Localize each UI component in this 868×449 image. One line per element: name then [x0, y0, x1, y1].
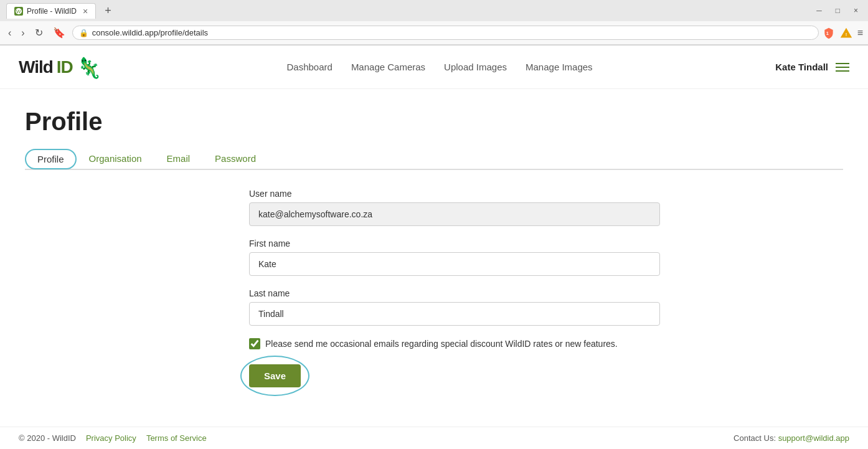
address-bar-wrap: 🔒	[72, 26, 819, 40]
tab-close-btn[interactable]: ×	[83, 6, 88, 16]
title-bar: W Profile - WildID × + ─ □ ×	[0, 0, 868, 21]
close-button[interactable]: ×	[850, 5, 862, 16]
firstname-input[interactable]	[249, 252, 660, 276]
hamburger-line-1	[836, 63, 849, 64]
browser-tab[interactable]: W Profile - WildID ×	[6, 3, 96, 19]
firstname-label: First name	[249, 239, 660, 248]
refresh-button[interactable]: ↻	[32, 26, 46, 40]
nav-dashboard[interactable]: Dashboard	[286, 62, 332, 72]
title-bar-left: W Profile - WildID × +	[6, 3, 115, 19]
warning-icon: !	[840, 27, 852, 39]
tab-organisation[interactable]: Organisation	[77, 148, 154, 169]
username-group: User name	[249, 189, 660, 226]
svg-text:🦎: 🦎	[77, 56, 101, 80]
new-tab-button[interactable]: +	[101, 3, 115, 19]
save-btn-wrap: Save	[249, 364, 301, 387]
tab-email[interactable]: Email	[154, 148, 203, 169]
address-bar[interactable]	[92, 28, 812, 37]
nav-manage-images[interactable]: Manage Images	[526, 62, 593, 72]
checkbox-label: Please send me occasional emails regardi…	[265, 339, 618, 349]
page-content: Profile Profile Organisation Email Passw…	[0, 89, 868, 400]
svg-text:W: W	[16, 9, 21, 14]
title-bar-controls: ─ □ ×	[813, 5, 862, 16]
forward-button[interactable]: ›	[18, 26, 27, 40]
browser-chrome: W Profile - WildID × + ─ □ × ‹ › ↻ 🔖 🔒 1	[0, 0, 868, 45]
profile-form: User name First name Last name Please se…	[249, 189, 660, 387]
hamburger-line-3	[836, 70, 849, 72]
header-right: Kate Tindall	[775, 62, 849, 72]
save-button[interactable]: Save	[249, 364, 301, 387]
firstname-group: First name	[249, 239, 660, 276]
tab-profile[interactable]: Profile	[25, 149, 77, 169]
promo-checkbox[interactable]	[249, 338, 260, 349]
nav-right: 1 ! ≡	[823, 27, 863, 39]
back-button[interactable]: ‹	[5, 26, 14, 40]
page-title: Profile	[25, 108, 843, 136]
logo: Wild ID 🦎	[19, 54, 104, 81]
nav-bar: ‹ › ↻ 🔖 🔒 1 ! ≡	[0, 21, 868, 45]
tab-favicon: W	[14, 7, 23, 16]
user-name: Kate Tindall	[775, 62, 828, 72]
lastname-group: Last name	[249, 288, 660, 326]
minimize-button[interactable]: ─	[813, 5, 826, 16]
lastname-label: Last name	[249, 288, 660, 298]
username-label: User name	[249, 189, 660, 199]
brave-shield-icon: 1	[823, 27, 835, 39]
checkbox-row: Please send me occasional emails regardi…	[249, 338, 660, 349]
tab-password[interactable]: Password	[202, 148, 268, 169]
username-input[interactable]	[249, 202, 660, 226]
logo-animal-icon: 🦎	[77, 54, 104, 81]
lastname-input[interactable]	[249, 302, 660, 326]
hamburger-line-2	[836, 67, 849, 68]
svg-text:1: 1	[826, 31, 828, 36]
nav-manage-cameras[interactable]: Manage Cameras	[351, 62, 425, 72]
tabs-row: Profile Organisation Email Password	[25, 148, 843, 170]
browser-menu-icon[interactable]: ≡	[857, 27, 863, 39]
maximize-button[interactable]: □	[832, 5, 844, 16]
logo-text: Wild	[19, 57, 53, 77]
logo-id-text: ID	[57, 57, 73, 77]
svg-text:!: !	[845, 32, 847, 37]
tab-title: Profile - WildID	[27, 7, 77, 16]
app-header: Wild ID 🦎 Dashboard Manage Cameras Uploa…	[0, 45, 868, 89]
bookmark-button[interactable]: 🔖	[50, 26, 68, 40]
nav-upload-images[interactable]: Upload Images	[444, 62, 507, 72]
hamburger-menu[interactable]	[836, 63, 849, 72]
lock-icon: 🔒	[79, 29, 88, 37]
main-nav: Dashboard Manage Cameras Upload Images M…	[286, 62, 592, 72]
